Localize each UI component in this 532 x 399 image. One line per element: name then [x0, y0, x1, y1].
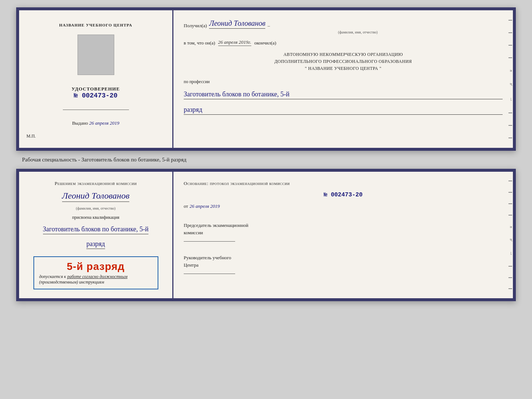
bottom-certificate-card: Решением экзаменационной комиссии Леонид… [16, 169, 516, 301]
right-margin-decoration-bottom: и ,а ‹– [508, 172, 513, 298]
vtom-date: 26 апреля 2019г. [218, 39, 251, 46]
vydano-date: 26 апреля 2019 [89, 120, 119, 126]
prisvoena-text: присвоена квалификация [72, 215, 119, 220]
rukov-sign-line [184, 274, 235, 274]
resheniem-text: Решением экзаменационной комиссии [55, 181, 137, 186]
name-subtitle-bottom: (фамилия, имя, отчество) [76, 206, 116, 210]
avt-block: АВТОНОМНУЮ НЕКОММЕРЧЕСКУЮ ОРГАНИЗАЦИЮ ДО… [184, 51, 503, 72]
mp-label: М.П. [26, 133, 36, 139]
top-certificate-card: НАЗВАНИЕ УЧЕБНОГО ЦЕНТРА УДОСТОВЕРЕНИЕ №… [16, 7, 516, 151]
photo-placeholder [78, 35, 114, 75]
top-right-panel: Получил(а) Леонид Толованов – (фамилия, … [173, 10, 513, 148]
osnov-text: Основание: протокол экзаменационной коми… [184, 181, 503, 186]
bottom-right-panel: Основание: протокол экзаменационной коми… [173, 172, 513, 298]
poluchil-line: Получил(а) Леонид Толованов – [184, 19, 503, 29]
razryad-top: разряд [184, 106, 503, 115]
udostoverenie-number: № 002473-20 [72, 92, 120, 99]
recipient-name-bottom: Леонид Толованов [62, 191, 130, 202]
top-left-panel: НАЗВАНИЕ УЧЕБНОГО ЦЕНТРА УДОСТОВЕРЕНИЕ №… [19, 10, 173, 148]
ot-date: 26 апреля 2019 [190, 203, 220, 209]
stamp-main-text: 5-й разряд [39, 261, 152, 272]
bottom-left-panel: Решением экзаменационной комиссии Леонид… [19, 172, 173, 298]
recipient-name-top: Леонид Толованов [209, 19, 265, 29]
vtom-line: в том, что он(а) 26 апреля 2019г. окончи… [184, 39, 503, 46]
signature-line-top [63, 110, 129, 110]
profession-top: Заготовитель блоков по ботанике, 5-й [184, 90, 503, 99]
name-subtitle-top: (фамилия, имя, отчество) [213, 30, 503, 34]
razryad-bottom: разряд [86, 240, 105, 249]
school-name-top: НАЗВАНИЕ УЧЕБНОГО ЦЕНТРА [59, 23, 132, 27]
rukov-text: Руководитель учебного Центра [184, 254, 503, 268]
protocol-number: № 002473-20 [184, 192, 503, 198]
stamp-sub-text: допускается к работе согласно должностны… [39, 274, 152, 285]
vydano-text: Выдано 26 апреля 2019 [72, 120, 119, 126]
po-professii-label: по профессии [184, 79, 503, 85]
predsedatel-sign-line [184, 241, 235, 242]
profession-bottom: Заготовитель блоков по ботанике, 5-й [43, 225, 149, 234]
predsedatel-text: Председатель экзаменационной комиссии [184, 222, 503, 236]
qualification-stamp: 5-й разряд допускается к работе согласно… [33, 256, 158, 289]
specialty-label: Рабочая специальность - Заготовитель бло… [7, 157, 186, 163]
udostoverenie-label: УДОСТОВЕРЕНИЕ [72, 86, 120, 92]
ot-date-line: от 26 апреля 2019 [184, 203, 503, 209]
okonchil-text: окончил(а) [254, 40, 276, 46]
right-margin-decoration: и ,а ‹– [508, 10, 513, 148]
